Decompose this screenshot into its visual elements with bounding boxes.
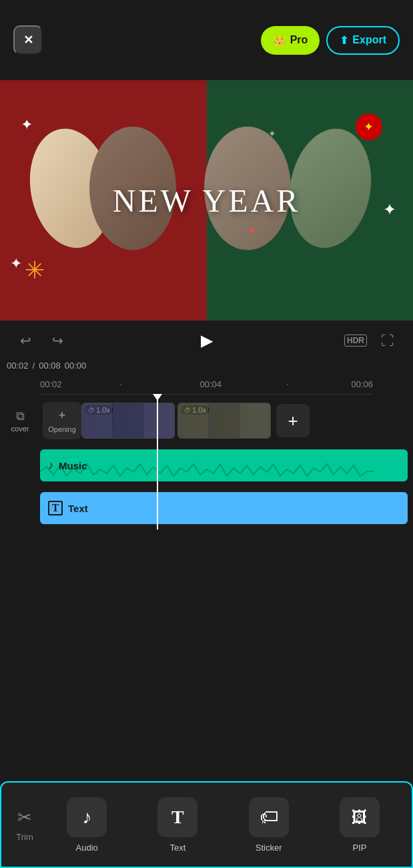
pip-tool[interactable]: 🖼 PIP <box>314 797 405 853</box>
layers-icon: ⧉ <box>16 409 25 423</box>
sparkle-1: ✦ <box>21 116 33 134</box>
current-time: 00:02 <box>7 361 29 371</box>
music-track-label: Music <box>59 460 87 471</box>
audio-note-icon: ♪ <box>82 807 91 828</box>
trim-label: Trim <box>16 832 33 842</box>
pro-button[interactable]: 👑 Pro <box>261 26 320 55</box>
music-track-row: ♪ Music <box>0 444 413 487</box>
video-clips-area: ⏱ 1.0x ⏱ 1.0x <box>81 403 413 439</box>
star-circle: ✦ <box>356 114 382 140</box>
close-button[interactable]: ✕ <box>13 25 43 55</box>
playback-controls: ↩ ↪ ▶ HDR ⛶ <box>0 320 413 361</box>
pip-label: PIP <box>352 843 366 853</box>
cover-label-area[interactable]: ⧉ cover <box>0 409 40 433</box>
sticker-label: Sticker <box>256 843 282 853</box>
music-track-content: ♪ Music <box>40 449 413 481</box>
audio-tool[interactable]: ♪ Audio <box>41 797 132 853</box>
sparkle-right-2: ✦ <box>268 128 276 139</box>
dot-1: • <box>120 381 122 387</box>
header: ✕ 👑 Pro ⬆ Export <box>0 0 413 80</box>
time-marker-0: 00:02 <box>40 379 62 389</box>
sticker-icon: 🏷 <box>260 806 278 828</box>
video-track-row: ⧉ cover + Opening ⏱ 1.0x <box>0 397 413 444</box>
text-track-bar[interactable]: T Text <box>40 492 408 524</box>
pro-label: Pro <box>290 34 308 46</box>
crown-icon: 👑 <box>273 34 286 47</box>
fullscreen-icon: ⛶ <box>381 333 394 349</box>
fullscreen-button[interactable]: ⛶ <box>376 329 400 353</box>
pip-icon-bg: 🖼 <box>340 797 380 837</box>
text-track-content: T Text <box>40 492 413 524</box>
redo-icon: ↪ <box>52 333 63 349</box>
preview-title-text: NEW YEAR <box>113 183 300 218</box>
video-clip-1[interactable]: ⏱ 1.0x <box>81 403 175 439</box>
play-icon: ▶ <box>201 331 213 350</box>
time-display: 00:02 / 00:08 00:00 <box>0 361 413 375</box>
export-label: Export <box>352 34 386 46</box>
undo-icon: ↩ <box>20 333 31 349</box>
text-track-row: T Text <box>0 487 413 529</box>
offset-time: 00:00 <box>65 361 87 371</box>
text-tool[interactable]: T Text <box>132 797 223 853</box>
pip-icon: 🖼 <box>352 808 368 827</box>
timeline-ruler: 00:02 00:04 00:06 • • <box>40 375 373 395</box>
video-canvas: ✦ ✦ ✦ ✳ ✦ ✦ ✦ ✦ NEW YEAR <box>0 80 413 320</box>
audio-label: Audio <box>76 843 98 853</box>
export-button[interactable]: ⬆ Export <box>326 26 400 55</box>
opening-label: Opening <box>48 425 76 433</box>
video-preview: ✦ ✦ ✦ ✳ ✦ ✦ ✦ ✦ NEW YEAR <box>0 80 413 320</box>
trim-button[interactable]: ✂ Trim <box>8 807 41 842</box>
bottom-toolbar: ✂ Trim ♪ Audio T Text 🏷 Sticker 🖼 PIP <box>0 781 413 868</box>
sparkle-red: ✦ <box>248 224 256 237</box>
opening-button[interactable]: + Opening <box>43 402 81 439</box>
close-icon: ✕ <box>23 33 33 47</box>
text-t-icon: T <box>48 501 63 515</box>
right-controls: HDR ⛶ <box>344 329 400 353</box>
new-year-title: NEW YEAR <box>113 182 300 219</box>
sticker-icon-bg: 🏷 <box>249 797 289 837</box>
undo-redo-group: ↩ ↪ <box>13 329 69 353</box>
waveform-svg <box>40 461 374 481</box>
text-icon-bg: T <box>157 797 197 837</box>
audio-icon-bg: ♪ <box>67 797 107 837</box>
sparkle-right-1: ✦ <box>383 200 396 219</box>
text-tool-icon: T <box>171 807 184 828</box>
timeline-area: ↩ ↪ ▶ HDR ⛶ 00:02 / 00:08 00:00 00:02 00… <box>0 320 413 614</box>
redo-button[interactable]: ↪ <box>45 329 69 353</box>
music-note-icon: ♪ <box>48 459 53 471</box>
text-track-label: Text <box>68 503 88 514</box>
total-time: 00:08 <box>39 361 61 371</box>
text-tool-label: Text <box>169 843 185 853</box>
time-marker-1: 00:04 <box>200 379 222 389</box>
upload-icon: ⬆ <box>340 34 348 47</box>
music-track-bar[interactable]: ♪ Music <box>40 449 408 481</box>
add-clip-icon: + <box>288 411 298 431</box>
time-marker-2: 00:06 <box>351 379 373 389</box>
sun-star-icon: ✳ <box>25 256 45 284</box>
scissors-icon: ✂ <box>17 807 32 828</box>
tracks-container: ⧉ cover + Opening ⏱ 1.0x <box>0 395 413 529</box>
sticker-tool[interactable]: 🏷 Sticker <box>224 797 314 853</box>
clip-2-frames <box>178 403 270 438</box>
dot-2: • <box>286 381 288 387</box>
clip-1-frames <box>82 403 174 438</box>
undo-button[interactable]: ↩ <box>13 329 37 353</box>
plus-icon: + <box>59 409 66 423</box>
video-clip-2[interactable]: ⏱ 1.0x <box>177 403 271 439</box>
sparkle-3: ✦ <box>10 255 22 272</box>
hdr-label: HDR <box>344 335 367 347</box>
header-actions: 👑 Pro ⬆ Export <box>261 26 400 55</box>
play-button[interactable]: ▶ <box>192 326 222 355</box>
hdr-button[interactable]: HDR <box>344 329 368 353</box>
add-clip-button[interactable]: + <box>276 404 310 437</box>
cover-label-text: cover <box>11 425 29 433</box>
